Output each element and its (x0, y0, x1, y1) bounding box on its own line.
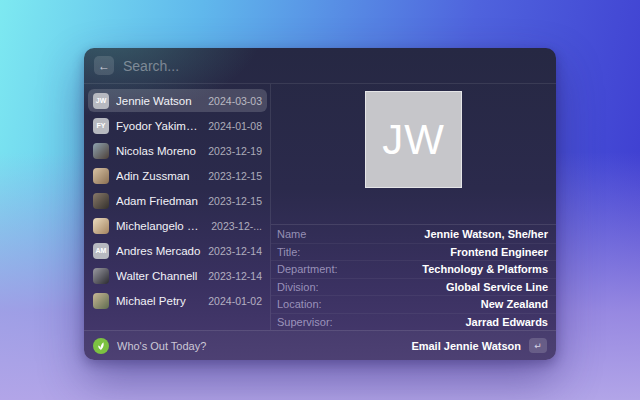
person-avatar (93, 268, 109, 284)
detail-field-row: Title: Frontend Engineer (271, 243, 556, 261)
detail-field-value: New Zealand (481, 298, 548, 310)
detail-field-value: Jennie Watson, She/her (424, 228, 548, 240)
person-date: 2023-12-14 (208, 245, 262, 257)
enter-key-icon: ↵ (529, 338, 547, 353)
person-name: Adam Friedman (116, 195, 202, 207)
person-date: 2024-03-03 (208, 95, 262, 107)
person-avatar: AM (93, 243, 109, 259)
person-name: Walter Channell (116, 270, 202, 282)
person-date: 2023-12-19 (208, 145, 262, 157)
email-action-label: Email Jennie Watson (411, 340, 521, 352)
person-avatar: FY (93, 118, 109, 134)
detail-fields: Name Jennie Watson, She/her Title: Front… (271, 224, 556, 330)
person-avatar (93, 218, 109, 234)
detail-field-row: Division: Global Service Line (271, 278, 556, 296)
person-row[interactable]: Michelangelo Huang... 2023-12-... (88, 214, 267, 237)
whos-out-today-label: Who's Out Today? (117, 340, 206, 352)
detail-field-value: Jarrad Edwards (465, 316, 548, 328)
detail-field-label: Location: (277, 298, 322, 310)
people-search-window: ← JW Jennie Watson 2024-03-03 FY Fyodor … (84, 48, 556, 360)
person-row[interactable]: Adin Zussman 2023-12-15 (88, 164, 267, 187)
person-avatar (93, 293, 109, 309)
person-avatar (93, 143, 109, 159)
person-detail-panel: JW Name Jennie Watson, She/her Title: Fr… (271, 84, 556, 330)
person-date: 2024-01-08 (208, 120, 262, 132)
person-date: 2023-12-14 (208, 270, 262, 282)
email-action-button[interactable]: Email Jennie Watson ↵ (411, 338, 547, 353)
bamboo-plant-icon (93, 338, 109, 354)
person-row[interactable]: Walter Channell 2023-12-14 (88, 264, 267, 287)
person-avatar: JW (93, 93, 109, 109)
people-list: JW Jennie Watson 2024-03-03 FY Fyodor Ya… (84, 84, 271, 330)
detail-field-value: Global Service Line (446, 281, 548, 293)
detail-field-label: Title: (277, 246, 300, 258)
person-date: 2024-01-02 (208, 295, 262, 307)
desktop-background: { "window": { "search": { "placeholder":… (0, 0, 640, 400)
detail-avatar: JW (365, 91, 462, 188)
person-date: 2023-12-15 (208, 195, 262, 207)
person-name: Fyodor Yakimchouk (116, 120, 202, 132)
person-name: Nicolas Moreno (116, 145, 202, 157)
person-row[interactable]: JW Jennie Watson 2024-03-03 (88, 89, 267, 112)
person-row[interactable]: Nicolas Moreno 2023-12-19 (88, 139, 267, 162)
footer-bar: Who's Out Today? Email Jennie Watson ↵ (84, 330, 556, 360)
search-bar: ← (84, 48, 556, 84)
person-name: Adin Zussman (116, 170, 202, 182)
person-avatar (93, 168, 109, 184)
detail-field-label: Name (277, 228, 306, 240)
detail-field-value: Frontend Engineer (450, 246, 548, 258)
detail-field-label: Division: (277, 281, 319, 293)
person-name: Jennie Watson (116, 95, 202, 107)
person-name: Michelangelo Huang... (116, 220, 205, 232)
search-input[interactable] (123, 58, 546, 74)
back-button[interactable]: ← (94, 56, 114, 75)
detail-field-row: Supervisor: Jarrad Edwards (271, 313, 556, 331)
person-row[interactable]: Michael Petry 2024-01-02 (88, 289, 267, 312)
person-date: 2023-12-15 (208, 170, 262, 182)
detail-field-label: Department: (277, 263, 338, 275)
person-date: 2023-12-... (211, 220, 262, 232)
detail-field-row: Department: Technology & Platforms (271, 260, 556, 278)
detail-field-row: Location: New Zealand (271, 295, 556, 313)
person-avatar (93, 193, 109, 209)
person-row[interactable]: AM Andres Mercado 2023-12-14 (88, 239, 267, 262)
person-row[interactable]: FY Fyodor Yakimchouk 2024-01-08 (88, 114, 267, 137)
back-arrow-icon: ← (98, 60, 110, 72)
detail-field-row: Name Jennie Watson, She/her (271, 225, 556, 243)
person-name: Michael Petry (116, 295, 202, 307)
person-name: Andres Mercado (116, 245, 202, 257)
main-content: JW Jennie Watson 2024-03-03 FY Fyodor Ya… (84, 84, 556, 330)
detail-field-label: Supervisor: (277, 316, 333, 328)
person-row[interactable]: Adam Friedman 2023-12-15 (88, 189, 267, 212)
detail-field-value: Technology & Platforms (422, 263, 548, 275)
